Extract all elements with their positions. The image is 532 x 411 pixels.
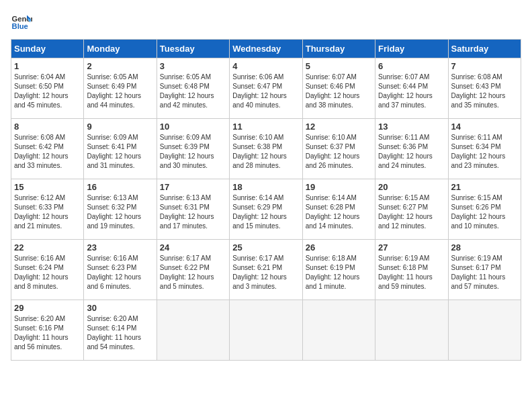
day-number: 20: [378, 182, 445, 192]
day-number: 11: [232, 122, 299, 132]
day-info: Sunrise: 6:15 AM Sunset: 6:26 PM Dayligh…: [451, 193, 518, 231]
day-number: 9: [87, 122, 153, 132]
calendar-cell: 3Sunrise: 6:05 AM Sunset: 6:48 PM Daylig…: [157, 58, 229, 119]
day-info: Sunrise: 6:16 AM Sunset: 6:23 PM Dayligh…: [87, 254, 153, 291]
day-number: 26: [306, 242, 372, 253]
week-row-5: 29Sunrise: 6:20 AM Sunset: 6:16 PM Dayli…: [11, 300, 521, 361]
day-number: 19: [306, 182, 372, 192]
day-number: 8: [14, 122, 81, 132]
day-number: 25: [232, 242, 299, 253]
day-number: 15: [14, 182, 81, 192]
day-number: 18: [232, 182, 299, 192]
day-info: Sunrise: 6:09 AM Sunset: 6:39 PM Dayligh…: [160, 133, 226, 171]
calendar-cell: 21Sunrise: 6:15 AM Sunset: 6:26 PM Dayli…: [448, 179, 521, 240]
day-number: 22: [14, 242, 81, 253]
weekday-header-wednesday: Wednesday: [230, 40, 302, 58]
day-number: 12: [306, 122, 372, 132]
day-info: Sunrise: 6:08 AM Sunset: 6:43 PM Dayligh…: [451, 73, 518, 110]
calendar-cell: 17Sunrise: 6:13 AM Sunset: 6:31 PM Dayli…: [157, 179, 229, 240]
day-info: Sunrise: 6:10 AM Sunset: 6:37 PM Dayligh…: [306, 133, 372, 171]
weekday-header-monday: Monday: [84, 40, 157, 58]
calendar-cell: 5Sunrise: 6:07 AM Sunset: 6:46 PM Daylig…: [302, 58, 375, 119]
calendar-cell: 4Sunrise: 6:06 AM Sunset: 6:47 PM Daylig…: [230, 58, 302, 119]
week-row-4: 22Sunrise: 6:16 AM Sunset: 6:24 PM Dayli…: [11, 240, 521, 300]
day-number: 27: [378, 242, 445, 253]
logo-icon: General Blue: [11, 11, 32, 32]
day-number: 3: [160, 61, 226, 71]
day-info: Sunrise: 6:11 AM Sunset: 6:34 PM Dayligh…: [451, 133, 518, 171]
day-number: 2: [87, 61, 153, 71]
day-number: 4: [232, 61, 299, 71]
day-info: Sunrise: 6:13 AM Sunset: 6:32 PM Dayligh…: [87, 193, 153, 231]
day-info: Sunrise: 6:18 AM Sunset: 6:19 PM Dayligh…: [306, 254, 372, 291]
calendar-cell: 20Sunrise: 6:15 AM Sunset: 6:27 PM Dayli…: [375, 179, 448, 240]
calendar-cell: 8Sunrise: 6:08 AM Sunset: 6:42 PM Daylig…: [11, 119, 84, 179]
calendar-cell: 28Sunrise: 6:19 AM Sunset: 6:17 PM Dayli…: [448, 240, 521, 300]
day-info: Sunrise: 6:07 AM Sunset: 6:46 PM Dayligh…: [306, 73, 372, 110]
calendar-cell: 9Sunrise: 6:09 AM Sunset: 6:41 PM Daylig…: [84, 119, 157, 179]
weekday-header-sunday: Sunday: [11, 40, 84, 58]
calendar-cell: 16Sunrise: 6:13 AM Sunset: 6:32 PM Dayli…: [84, 179, 157, 240]
calendar-cell: 22Sunrise: 6:16 AM Sunset: 6:24 PM Dayli…: [11, 240, 84, 300]
calendar-cell: 6Sunrise: 6:07 AM Sunset: 6:44 PM Daylig…: [375, 58, 448, 119]
calendar-cell: 11Sunrise: 6:10 AM Sunset: 6:38 PM Dayli…: [230, 119, 302, 179]
weekday-header-saturday: Saturday: [448, 40, 521, 58]
day-info: Sunrise: 6:13 AM Sunset: 6:31 PM Dayligh…: [160, 193, 226, 231]
day-number: 30: [87, 303, 153, 313]
calendar-cell: 10Sunrise: 6:09 AM Sunset: 6:39 PM Dayli…: [157, 119, 229, 179]
page-header: General Blue: [11, 11, 521, 32]
day-number: 5: [306, 61, 372, 71]
day-info: Sunrise: 6:05 AM Sunset: 6:48 PM Dayligh…: [160, 73, 226, 110]
calendar-cell: [448, 300, 521, 361]
day-info: Sunrise: 6:20 AM Sunset: 6:16 PM Dayligh…: [14, 314, 81, 352]
calendar-cell: [230, 300, 302, 361]
svg-text:Blue: Blue: [12, 22, 28, 30]
day-number: 16: [87, 182, 153, 192]
day-number: 24: [160, 242, 226, 253]
calendar-cell: 15Sunrise: 6:12 AM Sunset: 6:33 PM Dayli…: [11, 179, 84, 240]
day-info: Sunrise: 6:16 AM Sunset: 6:24 PM Dayligh…: [14, 254, 81, 291]
day-number: 23: [87, 242, 153, 253]
logo: General Blue: [11, 11, 35, 32]
week-row-3: 15Sunrise: 6:12 AM Sunset: 6:33 PM Dayli…: [11, 179, 521, 240]
calendar-cell: 12Sunrise: 6:10 AM Sunset: 6:37 PM Dayli…: [302, 119, 375, 179]
day-info: Sunrise: 6:06 AM Sunset: 6:47 PM Dayligh…: [232, 73, 299, 110]
calendar-cell: 2Sunrise: 6:05 AM Sunset: 6:49 PM Daylig…: [84, 58, 157, 119]
day-info: Sunrise: 6:10 AM Sunset: 6:38 PM Dayligh…: [232, 133, 299, 171]
day-info: Sunrise: 6:19 AM Sunset: 6:17 PM Dayligh…: [451, 254, 518, 291]
day-info: Sunrise: 6:14 AM Sunset: 6:28 PM Dayligh…: [306, 193, 372, 231]
day-number: 6: [378, 61, 445, 71]
calendar-cell: 25Sunrise: 6:17 AM Sunset: 6:21 PM Dayli…: [230, 240, 302, 300]
day-info: Sunrise: 6:09 AM Sunset: 6:41 PM Dayligh…: [87, 133, 153, 171]
day-info: Sunrise: 6:20 AM Sunset: 6:14 PM Dayligh…: [87, 314, 153, 352]
day-info: Sunrise: 6:17 AM Sunset: 6:22 PM Dayligh…: [160, 254, 226, 291]
calendar-cell: [302, 300, 375, 361]
day-number: 14: [451, 122, 518, 132]
day-info: Sunrise: 6:15 AM Sunset: 6:27 PM Dayligh…: [378, 193, 445, 231]
calendar-cell: 27Sunrise: 6:19 AM Sunset: 6:18 PM Dayli…: [375, 240, 448, 300]
week-row-1: 1Sunrise: 6:04 AM Sunset: 6:50 PM Daylig…: [11, 58, 521, 119]
day-number: 21: [451, 182, 518, 192]
calendar-cell: [157, 300, 229, 361]
weekday-header-row: SundayMondayTuesdayWednesdayThursdayFrid…: [11, 40, 521, 58]
day-number: 1: [14, 61, 81, 71]
day-info: Sunrise: 6:17 AM Sunset: 6:21 PM Dayligh…: [232, 254, 299, 291]
day-number: 17: [160, 182, 226, 192]
calendar-cell: 7Sunrise: 6:08 AM Sunset: 6:43 PM Daylig…: [448, 58, 521, 119]
calendar-cell: 26Sunrise: 6:18 AM Sunset: 6:19 PM Dayli…: [302, 240, 375, 300]
week-row-2: 8Sunrise: 6:08 AM Sunset: 6:42 PM Daylig…: [11, 119, 521, 179]
calendar-cell: 19Sunrise: 6:14 AM Sunset: 6:28 PM Dayli…: [302, 179, 375, 240]
day-info: Sunrise: 6:14 AM Sunset: 6:29 PM Dayligh…: [232, 193, 299, 231]
calendar-cell: 29Sunrise: 6:20 AM Sunset: 6:16 PM Dayli…: [11, 300, 84, 361]
day-info: Sunrise: 6:11 AM Sunset: 6:36 PM Dayligh…: [378, 133, 445, 171]
calendar-cell: 24Sunrise: 6:17 AM Sunset: 6:22 PM Dayli…: [157, 240, 229, 300]
calendar-cell: 23Sunrise: 6:16 AM Sunset: 6:23 PM Dayli…: [84, 240, 157, 300]
day-info: Sunrise: 6:07 AM Sunset: 6:44 PM Dayligh…: [378, 73, 445, 110]
weekday-header-tuesday: Tuesday: [157, 40, 229, 58]
weekday-header-friday: Friday: [375, 40, 448, 58]
day-info: Sunrise: 6:05 AM Sunset: 6:49 PM Dayligh…: [87, 73, 153, 110]
calendar-cell: 1Sunrise: 6:04 AM Sunset: 6:50 PM Daylig…: [11, 58, 84, 119]
calendar-cell: [375, 300, 448, 361]
day-number: 10: [160, 122, 226, 132]
calendar-cell: 30Sunrise: 6:20 AM Sunset: 6:14 PM Dayli…: [84, 300, 157, 361]
